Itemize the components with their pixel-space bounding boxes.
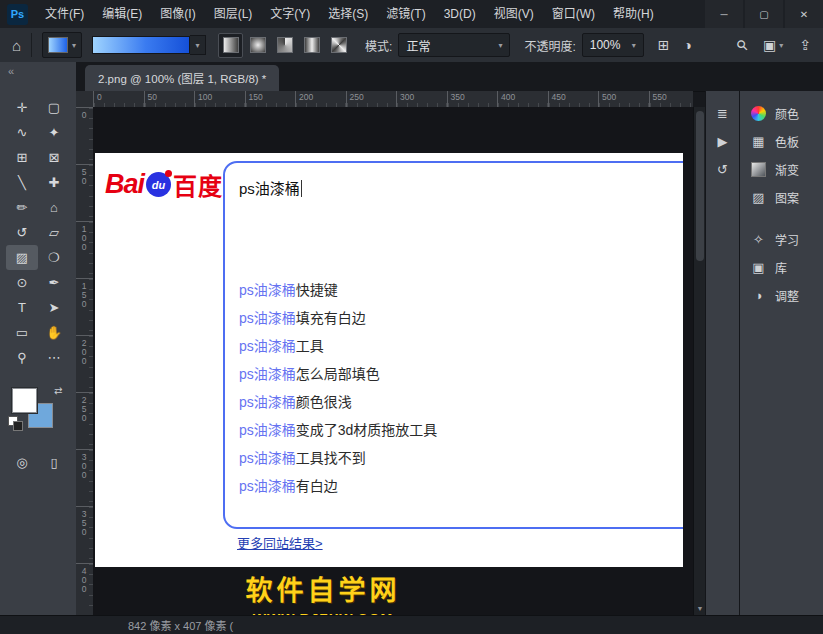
menubar-item[interactable]: 3D(D) (435, 0, 485, 28)
search-input[interactable]: ps油漆桶 (239, 177, 302, 198)
learn-panel-tab[interactable]: ✧ 学习 (740, 225, 823, 253)
menubar-item[interactable]: 视图(V) (485, 0, 543, 28)
opacity-label: 不透明度: (524, 37, 575, 54)
brush-tool[interactable]: ✏ (6, 195, 38, 220)
mode-select[interactable]: 正常 ▾ (398, 33, 510, 57)
menubar-item[interactable]: 文件(F) (36, 0, 93, 28)
menubar-item[interactable]: 窗口(W) (543, 0, 604, 28)
canvas-area[interactable]: Bai du 百度 ps油漆桶 ps油漆桶快捷键 ps油漆桶填充有白边 (93, 107, 693, 616)
libraries-panel-tab[interactable]: ▣ 库 (740, 253, 823, 281)
collapsed-panel-strip: ≣▶↺ (705, 91, 739, 616)
toolbar-collapse-icon[interactable]: « (0, 62, 76, 81)
suggestion-item[interactable]: ps油漆桶快捷键 (225, 275, 683, 303)
options-right-cluster: ⚲ ▣ ▾ ⇪ (737, 36, 823, 54)
suggestion-item[interactable]: ps油漆桶填充有白边 (225, 303, 683, 331)
close-button[interactable]: ✕ (785, 0, 823, 28)
eraser-tool[interactable]: ▱ (38, 220, 70, 245)
ruler-tick: 300 (396, 91, 447, 107)
search-icon[interactable]: ⚲ (737, 36, 747, 54)
color-panel-tab[interactable]: 颜色 (740, 99, 823, 127)
adjustments-panel-tab[interactable]: ◑ 调整 (740, 281, 823, 309)
workspace-switcher[interactable]: ▣ ▾ (763, 37, 783, 53)
suggestion-item[interactable]: ps油漆桶颜色很浅 (225, 387, 683, 415)
minimize-button[interactable]: ─ (705, 0, 743, 28)
history-panel-icon[interactable]: ↺ (706, 155, 739, 183)
screen-mode-button[interactable]: ▯ (38, 450, 70, 475)
home-icon[interactable]: ⌂ (12, 37, 21, 54)
suggestion-item[interactable]: ps油漆桶怎么局部填色 (225, 359, 683, 387)
opacity-select[interactable]: 100% ▾ (582, 33, 644, 57)
diamond-gradient-button[interactable] (326, 33, 351, 58)
tool-preset-picker[interactable]: ▾ (42, 32, 82, 58)
contrast-preview-icon[interactable]: ◑ (684, 37, 692, 53)
swatches-panel-tab[interactable]: ▦ 色板 (740, 127, 823, 155)
share-icon[interactable]: ⇪ (799, 37, 811, 53)
menubar-item[interactable]: 滤镜(T) (377, 0, 434, 28)
gradients-panel-tab[interactable]: 渐变 (740, 155, 823, 183)
document-tab-bar: 2.png @ 100% (图层 1, RGB/8) * (76, 62, 823, 92)
path-selection-tool[interactable]: ➤ (38, 295, 70, 320)
foreground-color-swatch[interactable] (12, 388, 37, 413)
menubar-item[interactable]: 图层(L) (205, 0, 262, 28)
suggestion-list: ps油漆桶快捷键 ps油漆桶填充有白边 ps油漆桶工具 ps油漆桶怎么局部填色 (225, 275, 683, 499)
gradient-picker-button[interactable]: ▾ (190, 35, 206, 55)
symmetry-options-icon[interactable]: ⊞ (658, 37, 670, 53)
crop-tool[interactable]: ⊞ (6, 145, 38, 170)
suggestion-item[interactable]: ps油漆桶有白边 (225, 471, 683, 499)
clone-stamp-tool[interactable]: ⌂ (38, 195, 70, 220)
document-tab[interactable]: 2.png @ 100% (图层 1, RGB/8) * (85, 65, 279, 91)
menubar: 文件(F)编辑(E)图像(I)图层(L)文字(Y)选择(S)滤镜(T)3D(D)… (36, 0, 663, 28)
dodge-tool[interactable]: ⊙ (6, 270, 38, 295)
linear-gradient-button[interactable] (218, 33, 243, 58)
angle-gradient-button[interactable] (272, 33, 297, 58)
panel-dock: 颜色 ▦ 色板 渐变 ▨ 图案 (739, 91, 823, 616)
frame-tool[interactable]: ⊠ (38, 145, 70, 170)
menubar-item[interactable]: 选择(S) (319, 0, 377, 28)
menubar-item[interactable]: 帮助(H) (604, 0, 663, 28)
properties-panel-icon[interactable]: ≣ (706, 99, 739, 127)
ruler-tick: 200 (76, 335, 93, 392)
default-colors-icon[interactable] (8, 416, 22, 430)
patterns-panel-tab[interactable]: ▨ 图案 (740, 183, 823, 211)
lasso-tool[interactable]: ∿ (6, 120, 38, 145)
photoshop-window: Ps 文件(F)编辑(E)图像(I)图层(L)文字(Y)选择(S)滤镜(T)3D… (0, 0, 823, 634)
ruler-tick: 100 (76, 221, 93, 278)
hand-tool[interactable]: ✋ (38, 320, 70, 345)
pen-tool[interactable]: ✒ (38, 270, 70, 295)
radial-gradient-button[interactable] (245, 33, 270, 58)
move-tool[interactable]: ✛ (6, 95, 38, 120)
object-selection-tool[interactable]: ✦ (38, 120, 70, 145)
suggestion-item[interactable]: ps油漆桶工具找不到 (225, 443, 683, 471)
type-tool[interactable]: T (6, 295, 38, 320)
scrollbar-thumb[interactable] (696, 111, 704, 261)
edit-toolbar-icon[interactable]: ⋯ (38, 345, 70, 370)
rectangular-marquee-tool[interactable]: ▢ (38, 95, 70, 120)
quick-mask-button[interactable]: ◎ (6, 450, 38, 475)
gradient-editor[interactable]: ▾ (92, 35, 206, 55)
swap-colors-icon[interactable]: ⇄ (54, 385, 62, 396)
menubar-item[interactable]: 编辑(E) (93, 0, 151, 28)
maximize-button[interactable]: ▢ (745, 0, 783, 28)
menubar-item[interactable]: 文字(Y) (261, 0, 319, 28)
ruler-tick: 0 (76, 107, 93, 164)
document-image: Bai du 百度 ps油漆桶 ps油漆桶快捷键 ps油漆桶填充有白边 (95, 153, 683, 567)
more-results-link[interactable]: 更多同站结果> (237, 533, 323, 552)
window-controls: ─▢✕ (703, 0, 823, 28)
reflected-gradient-button[interactable] (299, 33, 324, 58)
eyedropper-tool[interactable]: ╲ (6, 170, 38, 195)
spot-healing-brush-tool[interactable]: ✚ (38, 170, 70, 195)
gradient-preview-swatch[interactable] (92, 36, 190, 54)
menubar-item[interactable]: 图像(I) (151, 0, 204, 28)
history-brush-tool[interactable]: ↺ (6, 220, 38, 245)
ruler-tick: 400 (497, 91, 548, 107)
ruler-tick: 100 (194, 91, 245, 107)
suggestion-item[interactable]: ps油漆桶变成了3d材质拖放工具 (225, 415, 683, 443)
title-bar: Ps 文件(F)编辑(E)图像(I)图层(L)文字(Y)选择(S)滤镜(T)3D… (0, 0, 823, 29)
suggestion-item[interactable]: ps油漆桶工具 (225, 331, 683, 359)
actions-panel-icon[interactable]: ▶ (706, 127, 739, 155)
rectangle-tool[interactable]: ▭ (6, 320, 38, 345)
ruler-tick: 50 (144, 91, 195, 107)
gradient-tool[interactable]: ▨ (6, 245, 38, 270)
zoom-tool[interactable]: ⚲ (6, 345, 38, 370)
blur-tool[interactable]: ❍ (38, 245, 70, 270)
